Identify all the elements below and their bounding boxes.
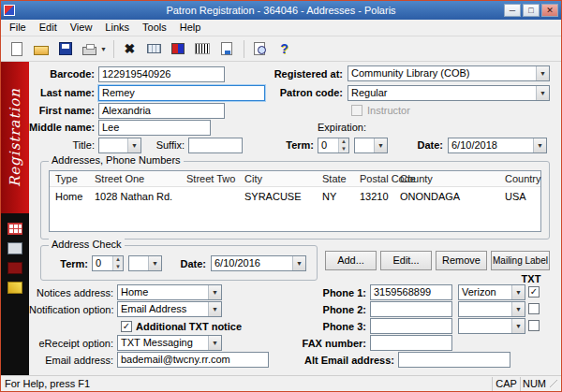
- ereceipt-option-select[interactable]: TXT Messaging▼: [117, 335, 222, 351]
- phone1-txt-checkbox[interactable]: ✓: [528, 286, 540, 298]
- toolbar-separator: [244, 40, 244, 58]
- title-select[interactable]: ▼: [98, 138, 141, 153]
- title-label: Title:: [29, 139, 95, 152]
- address-check-term-spinner[interactable]: 0 ▲▼: [92, 255, 124, 271]
- chevron-down-icon: ▼: [208, 302, 221, 316]
- registration-banner: Registration: [1, 62, 29, 213]
- col-city[interactable]: City: [244, 173, 262, 184]
- phone1-carrier-select[interactable]: Verizon▼: [458, 284, 525, 300]
- addresses-group: Addresses, Phone Numbers Type Street One…: [40, 161, 550, 240]
- phone3-txt-checkbox[interactable]: [528, 320, 540, 331]
- properties-icon[interactable]: [215, 38, 239, 60]
- registered-at-label: Registered at:: [266, 68, 343, 80]
- menu-links[interactable]: Links: [98, 20, 136, 36]
- chevron-down-icon: ▼: [148, 256, 161, 270]
- save-icon[interactable]: [53, 38, 77, 60]
- keyboard-icon[interactable]: [142, 38, 166, 60]
- phone2-carrier-select[interactable]: ▼: [458, 301, 525, 317]
- grid-icon[interactable]: [7, 223, 22, 235]
- address-check-date-picker[interactable]: 6/10/2016▼: [211, 255, 306, 271]
- phone3-carrier-select[interactable]: ▼: [458, 318, 525, 334]
- middle-name-input[interactable]: Lee: [98, 120, 211, 136]
- workform-sidebar: Registration: [1, 62, 29, 375]
- new-record-icon[interactable]: [5, 38, 28, 60]
- delete-icon[interactable]: ✖: [118, 38, 141, 60]
- notices-address-select[interactable]: Home▼: [117, 284, 222, 300]
- chevron-down-icon: ▼: [536, 86, 549, 100]
- phone1-input[interactable]: 3159568899: [370, 284, 452, 300]
- spinner-arrows-icon[interactable]: ▲▼: [112, 256, 123, 270]
- instructor-checkbox: [351, 105, 362, 116]
- expiration-term-unit-select[interactable]: ▼: [354, 138, 388, 153]
- col-county[interactable]: County: [400, 173, 433, 184]
- pencil-icon[interactable]: [7, 282, 22, 294]
- patron-code-select[interactable]: Regular▼: [348, 85, 550, 101]
- edit-button[interactable]: Edit...: [380, 251, 432, 270]
- print-icon[interactable]: [78, 38, 101, 60]
- notification-option-select[interactable]: Email Address▼: [117, 301, 222, 317]
- email-address-input[interactable]: bademail@twcny.rr.com: [117, 352, 269, 368]
- barcode-label: Barcode:: [29, 68, 95, 80]
- chevron-down-icon: ▼: [511, 302, 525, 316]
- col-street-one[interactable]: Street One: [95, 173, 144, 184]
- phone2-input[interactable]: [370, 301, 452, 317]
- barcode-input[interactable]: 122919540926: [98, 66, 225, 82]
- barcode-icon[interactable]: [191, 38, 214, 60]
- menu-help[interactable]: Help: [173, 20, 208, 36]
- expiration-term-spinner[interactable]: 0 ▲▼: [318, 138, 349, 153]
- addresses-list[interactable]: Type Street One Street Two City State Po…: [49, 170, 541, 232]
- first-name-input[interactable]: Alexandria: [98, 103, 225, 119]
- maximize-button[interactable]: □: [523, 4, 540, 17]
- notification-option-label: Notification option:: [29, 304, 113, 316]
- notes-icon[interactable]: [167, 38, 190, 60]
- col-country[interactable]: Country: [505, 173, 541, 184]
- email-address-label: Email address:: [29, 355, 113, 367]
- registered-at-select[interactable]: Community Library (COB)▼: [348, 65, 550, 81]
- ereceipt-option-label: eReceipt option:: [29, 338, 113, 350]
- col-state[interactable]: State: [322, 173, 347, 184]
- first-name-label: First name:: [29, 105, 95, 117]
- minimize-button[interactable]: ─: [504, 4, 521, 17]
- book-icon[interactable]: [7, 262, 22, 274]
- address-check-term-unit-select[interactable]: ▼: [128, 255, 162, 271]
- col-type[interactable]: Type: [55, 173, 78, 184]
- help-icon[interactable]: ?: [273, 38, 296, 60]
- menu-view[interactable]: View: [64, 20, 99, 36]
- menu-edit[interactable]: Edit: [33, 20, 64, 36]
- print-dropdown-icon[interactable]: ▼: [100, 46, 107, 52]
- address-check-group-label: Address Check: [49, 239, 125, 250]
- address-check-term-label: Term:: [52, 258, 88, 270]
- suffix-input[interactable]: [188, 138, 243, 153]
- expiration-date-label: Date:: [402, 139, 443, 152]
- phone3-label: Phone 3:: [310, 321, 366, 333]
- close-button[interactable]: ✕: [541, 4, 558, 17]
- expiration-term-label: Term:: [274, 139, 314, 152]
- expiration-date-picker[interactable]: 6/10/2018▼: [448, 138, 547, 153]
- fax-input[interactable]: [370, 335, 452, 351]
- chevron-down-icon: ▼: [511, 319, 525, 333]
- open-icon[interactable]: [29, 38, 52, 60]
- patron-registration-window: Patron Registration - 364046 - Addresses…: [0, 0, 562, 392]
- menu-tools[interactable]: Tools: [136, 20, 173, 36]
- add-button[interactable]: Add...: [325, 251, 377, 270]
- resize-grip[interactable]: [550, 380, 557, 387]
- remove-button[interactable]: Remove: [436, 251, 487, 270]
- phone2-txt-checkbox[interactable]: [528, 303, 540, 314]
- expiration-label: Expiration:: [310, 122, 366, 134]
- additional-txt-checkbox[interactable]: ✓: [121, 321, 132, 332]
- menu-file[interactable]: File: [3, 20, 33, 36]
- card-icon[interactable]: [7, 242, 22, 254]
- notices-address-label: Notices address:: [29, 287, 113, 299]
- last-name-input[interactable]: Remey: [98, 85, 265, 101]
- chevron-down-icon: ▼: [511, 285, 525, 299]
- history-icon[interactable]: [248, 38, 272, 60]
- mailing-label-button[interactable]: Mailing Label: [491, 251, 550, 270]
- alt-email-input[interactable]: [398, 352, 510, 368]
- chevron-down-icon: ▼: [374, 138, 387, 152]
- spinner-arrows-icon[interactable]: ▲▼: [338, 138, 348, 152]
- phone3-input[interactable]: [370, 318, 452, 334]
- col-street-two[interactable]: Street Two: [186, 173, 235, 184]
- calendar-dropdown-icon: ▼: [292, 256, 305, 270]
- patron-code-label: Patron code:: [266, 87, 343, 99]
- addresses-group-label: Addresses, Phone Numbers: [49, 154, 184, 166]
